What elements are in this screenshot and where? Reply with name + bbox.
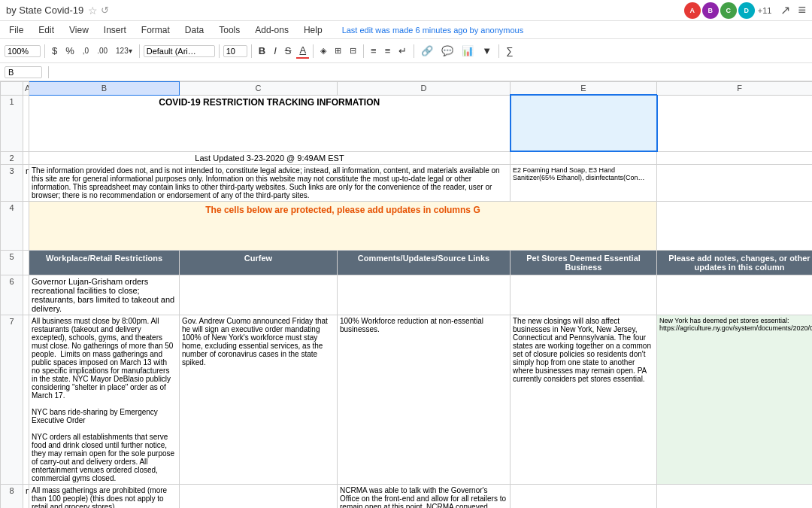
- cell-8-B[interactable]: All mass gatherings are prohibited (more…: [29, 484, 180, 508]
- underline-button[interactable]: A: [296, 43, 309, 59]
- menu-view[interactable]: View: [66, 23, 92, 37]
- table-row: 7 All business must close by 8:00pm. All…: [1, 315, 813, 484]
- row-num-2: 2: [1, 151, 23, 164]
- cell-8-D[interactable]: NCRMA was able to talk with the Governor…: [338, 484, 511, 508]
- cell-3-F[interactable]: [657, 164, 813, 201]
- menu-tools[interactable]: Tools: [216, 23, 243, 37]
- user-avatars: A B C D +11: [684, 2, 772, 19]
- row-num-8: 8: [1, 484, 23, 508]
- cell-3-A[interactable]: na: [23, 164, 29, 201]
- cell-7-C[interactable]: Gov. Andrew Cuomo announced Friday that …: [180, 315, 338, 484]
- cell-8-E[interactable]: [511, 484, 657, 508]
- cell-5-F[interactable]: Please add notes, changes, or other upda…: [657, 250, 813, 275]
- cell-7-A[interactable]: [23, 315, 29, 484]
- cell-1-F[interactable]: [657, 95, 813, 151]
- cell-ref-input[interactable]: [5, 66, 42, 78]
- cell-5-D[interactable]: Comments/Updates/Source Links: [338, 250, 511, 275]
- cell-7-F[interactable]: New York has deemed pet stores essential…: [657, 315, 813, 484]
- borders-button[interactable]: ⊞: [332, 44, 344, 57]
- comment-button[interactable]: 💬: [438, 44, 456, 58]
- cell-5-A[interactable]: [23, 250, 29, 275]
- align-left-button[interactable]: ≡: [368, 44, 380, 58]
- col-header-C[interactable]: C: [180, 82, 338, 96]
- row-num-7: 7: [1, 315, 23, 484]
- cell-5-E[interactable]: Pet Stores Deemed Essential Business: [511, 250, 657, 275]
- spreadsheet-table: A B C D E F G 1 COVID-19 RESTRICTION TRA…: [0, 81, 812, 508]
- cell-6-C[interactable]: [180, 275, 338, 315]
- cell-6-F[interactable]: [657, 275, 813, 315]
- zoom-input[interactable]: [5, 45, 41, 57]
- menu-file[interactable]: File: [6, 23, 26, 37]
- menu-edit[interactable]: Edit: [35, 23, 57, 37]
- function-button[interactable]: ∑: [503, 44, 516, 58]
- trend-icon[interactable]: ↗: [780, 3, 790, 17]
- cell-1-A[interactable]: [23, 95, 29, 151]
- more-menu-icon[interactable]: ≡: [798, 2, 806, 18]
- cell-2-E[interactable]: [511, 151, 657, 164]
- table-row: 5 Workplace/Retail Restrictions Curfew C…: [1, 250, 813, 275]
- menu-insert[interactable]: Insert: [101, 23, 129, 37]
- merge-button[interactable]: ⊟: [347, 44, 359, 57]
- cell-1-B[interactable]: COVID-19 RESTRICTION TRACKING INFORMATIO…: [29, 95, 511, 151]
- chart-button[interactable]: 📊: [459, 44, 477, 58]
- col-header-A[interactable]: A: [23, 82, 29, 96]
- bold-button[interactable]: B: [256, 44, 268, 58]
- cell-8-C[interactable]: [180, 484, 338, 508]
- cell-6-E[interactable]: [511, 275, 657, 315]
- cell-7-B[interactable]: All business must close by 8:00pm. All r…: [29, 315, 180, 484]
- link-button[interactable]: 🔗: [418, 44, 436, 58]
- table-row: 4 The cells below are protected, please …: [1, 201, 813, 250]
- col-header-B[interactable]: B: [29, 82, 180, 96]
- separator-8: [498, 44, 499, 58]
- cell-3-B[interactable]: The information provided does not, and i…: [29, 164, 511, 201]
- col-header-F[interactable]: F: [657, 82, 813, 96]
- star-icon[interactable]: ☆: [88, 5, 98, 17]
- col-header-D[interactable]: D: [338, 82, 511, 96]
- cell-6-D[interactable]: [338, 275, 511, 315]
- cell-8-A[interactable]: na: [23, 484, 29, 508]
- cell-4-B[interactable]: The cells below are protected, please ad…: [29, 201, 657, 250]
- cell-8-F[interactable]: [657, 484, 813, 508]
- menu-data[interactable]: Data: [182, 23, 207, 37]
- cell-4-A[interactable]: [23, 201, 29, 250]
- font-family-input[interactable]: [144, 45, 215, 57]
- formula-divider: [48, 66, 49, 78]
- cell-2-B[interactable]: Last Updated 3-23-2020 @ 9:49AM EST: [29, 151, 511, 164]
- currency-button[interactable]: $: [49, 44, 60, 58]
- comma0-button[interactable]: ,0: [80, 45, 92, 56]
- cell-2-A[interactable]: [23, 151, 29, 164]
- plus-count: +11: [758, 6, 772, 15]
- menu-help[interactable]: Help: [301, 23, 326, 37]
- cell-5-C[interactable]: Curfew: [180, 250, 338, 275]
- menu-bar: File Edit View Insert Format Data Tools …: [0, 21, 812, 39]
- font-size-input[interactable]: [223, 45, 247, 57]
- separator-6: [363, 44, 364, 58]
- table-row: 3 na The information provided does not, …: [1, 164, 813, 201]
- cell-2-F[interactable]: [657, 151, 813, 164]
- filter-button[interactable]: ▼: [479, 44, 495, 58]
- menu-format[interactable]: Format: [138, 23, 173, 37]
- strikethrough-button[interactable]: S: [282, 44, 295, 58]
- row-num-6: 6: [1, 275, 23, 315]
- cell-6-A[interactable]: [23, 275, 29, 315]
- align-center-button[interactable]: ≡: [382, 44, 394, 58]
- cell-5-B[interactable]: Workplace/Retail Restrictions: [29, 250, 180, 275]
- italic-button[interactable]: I: [271, 44, 280, 58]
- avatar-3: C: [720, 2, 737, 19]
- percent-button[interactable]: %: [62, 44, 77, 58]
- num123-button[interactable]: 123▾: [113, 45, 135, 56]
- separator-7: [414, 44, 414, 58]
- cell-3-E[interactable]: E2 Foaming Hand Soap, E3 Hand Sanitizer(…: [511, 164, 657, 201]
- cell-7-D[interactable]: 100% Workforce reduction at non-essentia…: [338, 315, 511, 484]
- comma00-button[interactable]: .00: [94, 45, 111, 56]
- history-icon[interactable]: ↺: [101, 5, 109, 16]
- formula-input[interactable]: [55, 67, 807, 78]
- menu-addons[interactable]: Add-ons: [252, 23, 292, 37]
- fill-color-button[interactable]: ◈: [317, 44, 329, 57]
- wrap-button[interactable]: ↵: [395, 44, 410, 58]
- cell-7-E[interactable]: The new closings will also affect busine…: [511, 315, 657, 484]
- cell-4-F[interactable]: [657, 201, 813, 250]
- cell-6-B[interactable]: Governor Lujan-Grisham orders recreation…: [29, 275, 180, 315]
- cell-1-E[interactable]: [511, 95, 657, 151]
- col-header-E[interactable]: E: [511, 82, 657, 96]
